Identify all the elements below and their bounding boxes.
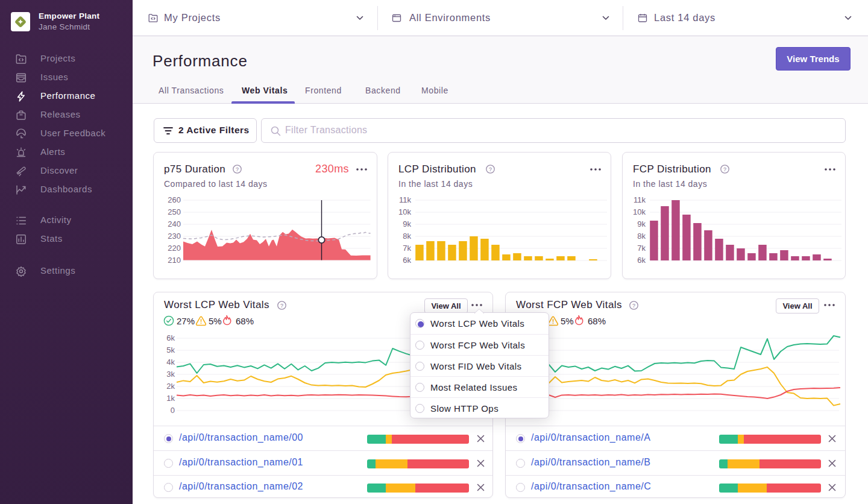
svg-text:7k: 7k bbox=[403, 244, 411, 253]
svg-text:6k: 6k bbox=[637, 256, 646, 265]
svg-text:10k: 10k bbox=[633, 207, 646, 216]
svg-text:8k: 8k bbox=[637, 232, 646, 241]
svg-text:5k: 5k bbox=[166, 345, 175, 354]
svg-text:6k: 6k bbox=[166, 333, 175, 342]
svg-text:3k: 3k bbox=[166, 370, 175, 379]
svg-text:7k: 7k bbox=[637, 244, 646, 253]
svg-text:230: 230 bbox=[168, 232, 181, 241]
svg-text:?: ? bbox=[489, 166, 492, 172]
svg-text:220: 220 bbox=[168, 244, 181, 253]
svg-text:4k: 4k bbox=[166, 358, 175, 367]
svg-text:?: ? bbox=[632, 303, 635, 309]
svg-text:6k: 6k bbox=[403, 256, 411, 265]
svg-text:260: 260 bbox=[168, 195, 181, 204]
svg-text:250: 250 bbox=[168, 207, 181, 216]
svg-text:11k: 11k bbox=[399, 195, 411, 204]
svg-text:?: ? bbox=[723, 166, 726, 172]
svg-text:?: ? bbox=[236, 166, 239, 172]
svg-text:10k: 10k bbox=[398, 207, 411, 216]
svg-text:9k: 9k bbox=[403, 219, 411, 228]
svg-text:11k: 11k bbox=[634, 195, 646, 204]
svg-text:8k: 8k bbox=[403, 232, 411, 241]
svg-text:2k: 2k bbox=[166, 382, 175, 391]
svg-text:240: 240 bbox=[168, 219, 181, 228]
svg-text:210: 210 bbox=[168, 256, 181, 265]
svg-text:1k: 1k bbox=[166, 394, 175, 403]
svg-text:?: ? bbox=[280, 303, 283, 309]
svg-text:0: 0 bbox=[171, 406, 175, 415]
svg-text:9k: 9k bbox=[637, 219, 646, 228]
